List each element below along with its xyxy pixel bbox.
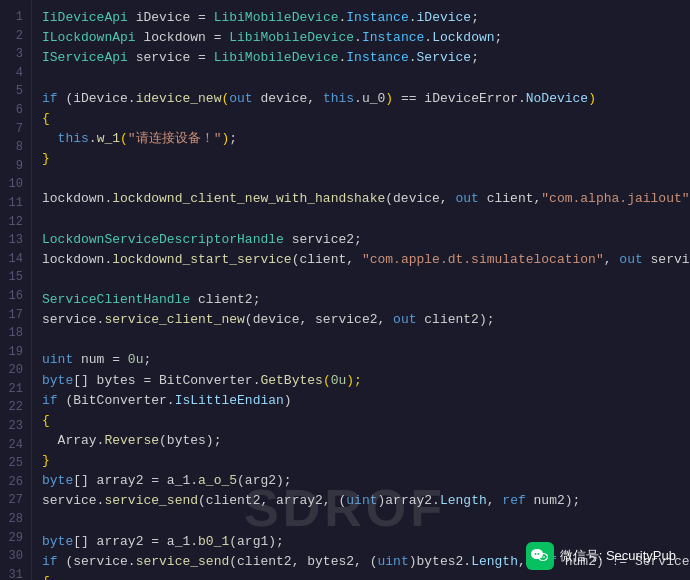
code-line bbox=[42, 512, 680, 532]
code-line: { bbox=[42, 109, 680, 129]
line-numbers: 1234567891011121314151617181920212223242… bbox=[0, 0, 32, 580]
code-line: { bbox=[42, 411, 680, 431]
code-line: if (BitConverter.IsLittleEndian) bbox=[42, 391, 680, 411]
wechat-badge: 微信号: SecurityPub bbox=[526, 542, 676, 570]
svg-point-1 bbox=[534, 553, 536, 555]
code-line: IiDeviceApi iDevice = LibiMobileDevice.I… bbox=[42, 8, 680, 28]
code-content: IiDeviceApi iDevice = LibiMobileDevice.I… bbox=[32, 0, 690, 580]
code-editor: 1234567891011121314151617181920212223242… bbox=[0, 0, 690, 580]
code-line: Array.Reverse(bytes); bbox=[42, 431, 680, 451]
code-line: uint num = 0u; bbox=[42, 350, 680, 370]
code-line: ILockdownApi lockdown = LibiMobileDevice… bbox=[42, 28, 680, 48]
code-line: } bbox=[42, 451, 680, 471]
code-line: if (iDevice.idevice_new(out device, this… bbox=[42, 89, 680, 109]
code-line: byte[] bytes = BitConverter.GetBytes(0u)… bbox=[42, 371, 680, 391]
code-line: lockdown.lockdownd_client_new_with_hands… bbox=[42, 189, 680, 209]
code-line: } bbox=[42, 149, 680, 169]
code-line: LockdownServiceDescriptorHandle service2… bbox=[42, 230, 680, 250]
code-line bbox=[42, 169, 680, 189]
code-line: this.w_1("请连接设备！"); bbox=[42, 129, 680, 149]
code-area: 1234567891011121314151617181920212223242… bbox=[0, 0, 690, 580]
code-line bbox=[42, 209, 680, 229]
code-line: ServiceClientHandle client2; bbox=[42, 290, 680, 310]
code-line: { bbox=[42, 572, 680, 580]
code-line: lockdown.lockdownd_start_service(client,… bbox=[42, 250, 680, 270]
code-line: byte[] array2 = a_1.a_o_5(arg2); bbox=[42, 471, 680, 491]
code-line: service.service_client_new(device, servi… bbox=[42, 310, 680, 330]
svg-point-6 bbox=[543, 556, 545, 558]
wechat-icon bbox=[526, 542, 554, 570]
svg-point-5 bbox=[540, 556, 542, 558]
code-line: IServiceApi service = LibiMobileDevice.I… bbox=[42, 48, 680, 68]
code-line bbox=[42, 330, 680, 350]
code-line bbox=[42, 68, 680, 88]
wechat-text: 微信号: SecurityPub bbox=[560, 547, 676, 565]
code-line: service.service_send(client2, array2, (u… bbox=[42, 491, 680, 511]
code-line bbox=[42, 270, 680, 290]
